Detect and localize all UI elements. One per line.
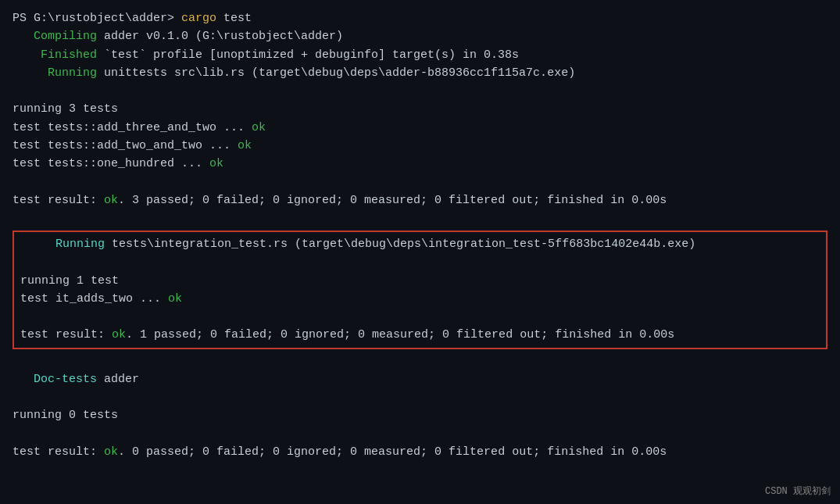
terminal-line: running 1 test — [20, 272, 820, 290]
terminal-line: test result: ok. 3 passed; 0 failed; 0 i… — [13, 191, 827, 209]
terminal-line — [20, 308, 820, 326]
terminal-line: Finished `test` profile [unoptimized + d… — [13, 46, 827, 64]
terminal-line — [13, 209, 827, 227]
terminal-line: test tests::add_three_and_two ... ok — [13, 119, 827, 137]
terminal-line: Compiling adder v0.1.0 (G:\rustobject\ad… — [13, 27, 827, 45]
terminal-line: Running unittests src\lib.rs (target\deb… — [13, 64, 827, 82]
terminal-line: running 3 tests — [13, 100, 827, 118]
terminal-line: test tests::add_two_and_two ... ok — [13, 137, 827, 155]
terminal-line — [13, 388, 827, 406]
terminal-line — [13, 352, 827, 370]
terminal-line: Doc-tests adder — [13, 370, 827, 388]
watermark: CSDN 观观初剑 — [765, 484, 831, 498]
terminal-window: PS G:\rustobject\adder> cargo test Compi… — [0, 0, 840, 504]
terminal-line: test tests::one_hundred ... ok — [13, 155, 827, 173]
terminal-line: running 0 tests — [13, 406, 827, 424]
terminal-line — [13, 425, 827, 443]
terminal-line: test result: ok. 1 passed; 0 failed; 0 i… — [20, 326, 820, 344]
integration-test-block: Running tests\integration_test.rs (targe… — [13, 231, 827, 349]
terminal-line — [20, 253, 820, 271]
terminal-line — [13, 173, 827, 191]
terminal-line: Running tests\integration_test.rs (targe… — [20, 235, 820, 253]
terminal-line: PS G:\rustobject\adder> cargo test — [13, 9, 827, 27]
terminal-line: test result: ok. 0 passed; 0 failed; 0 i… — [13, 443, 827, 461]
terminal-line — [13, 82, 827, 100]
terminal-line: test it_adds_two ... ok — [20, 290, 820, 308]
